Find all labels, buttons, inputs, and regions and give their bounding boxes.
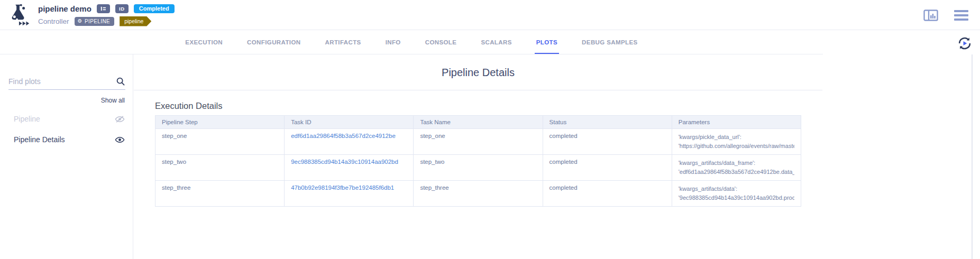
table-row: step_two 9ec988385cd94b14a39c10914aa902b… [155,155,801,181]
tab-scalars[interactable]: SCALARS [479,31,513,54]
task-id-link[interactable]: 9ec988385cd94b14a39c10914aa902bd [291,159,398,165]
divider [134,90,822,90]
table-header-row: Pipeline Step Task ID Task Name Status P… [155,116,801,129]
controller-label: Controller [38,17,69,25]
top-bar: pipeline demo ID Completed Controller ⚙ … [0,0,980,30]
plot-search [8,77,125,90]
cell-pipeline-step: step_two [155,155,285,181]
description-button[interactable] [97,4,110,13]
cell-task-id: 47b0b92e98194f3fbe7be192485f6db1 [285,181,414,207]
system-tag-pipeline: ⚙ PIPELINE [75,17,115,26]
show-all-link[interactable]: Show all [0,97,125,104]
status-badge: Completed [134,4,175,13]
task-id-link[interactable]: 47b0b92e98194f3fbe7be192485f6db1 [291,184,394,191]
sidebar-item-pipeline-details[interactable]: Pipeline Details [0,134,133,145]
id-button[interactable]: ID [115,4,129,13]
search-input[interactable] [8,77,116,86]
refresh-icon [957,36,972,51]
task-id-link[interactable]: edf6d1aa29864f58b3a567d2ce4912be [291,133,396,139]
plot-title: Pipeline Details [134,54,822,79]
scrollbar-track[interactable] [972,54,973,259]
tabs-bar: EXECUTION CONFIGURATION ARTIFACTS INFO C… [0,31,823,54]
eye-icon[interactable] [115,136,125,144]
cell-task-id: 9ec988385cd94b14a39c10914aa902bd [285,155,414,181]
cell-task-name: step_three [414,181,543,207]
pipeline-details-plot: Pipeline Details Execution Details Pipel… [134,54,822,207]
logo-arrows-icon [19,22,29,26]
col-status: Status [543,116,672,129]
tab-info[interactable]: INFO [384,31,402,54]
cell-parameters: 'kwargs/pickle_data_url': 'https://githu… [672,129,801,155]
cell-task-name: step_two [414,155,543,181]
cell-status: completed [543,129,672,155]
col-task-id: Task ID [285,116,414,129]
clearml-logo-icon [5,3,32,27]
tab-artifacts[interactable]: ARTIFACTS [324,31,363,54]
cell-task-name: step_one [414,129,543,155]
search-icon [116,77,125,86]
refresh-button[interactable] [957,36,972,51]
experiment-title: pipeline demo [38,4,91,13]
tab-console[interactable]: CONSOLE [424,31,459,54]
gear-icon: ⚙ [78,18,83,24]
col-pipeline-step: Pipeline Step [155,116,285,129]
cell-parameters: 'kwargs_artifacts/data_frame': 'edf6d1aa… [672,155,801,181]
description-icon [100,5,107,12]
tab-debug-samples[interactable]: DEBUG SAMPLES [580,31,639,54]
cell-status: completed [543,181,672,207]
cell-pipeline-step: step_three [155,181,285,207]
plots-panel: Pipeline Details Execution Details Pipel… [134,54,980,259]
tab-plots[interactable]: PLOTS [535,31,559,54]
eye-off-icon[interactable] [115,115,125,123]
cell-status: completed [543,155,672,181]
workers-queues-panel-icon[interactable] [923,10,938,21]
cell-pipeline-step: step_one [155,129,285,155]
execution-details-heading: Execution Details [155,101,822,111]
cell-task-id: edf6d1aa29864f58b3a567d2ce4912be [285,129,414,155]
tab-execution[interactable]: EXECUTION [184,31,224,54]
tag-pipeline: pipeline [120,16,151,26]
menu-icon[interactable] [954,10,968,21]
cell-parameters: 'kwargs_artifacts/data': '9ec988385cd94b… [672,181,801,207]
sidebar-item-pipeline[interactable]: Pipeline [0,113,133,125]
tab-configuration[interactable]: CONFIGURATION [245,31,302,54]
table-row: step_one edf6d1aa29864f58b3a567d2ce4912b… [155,129,801,155]
table-row: step_three 47b0b92e98194f3fbe7be192485f6… [155,181,801,207]
execution-details-table: Pipeline Step Task ID Task Name Status P… [155,115,801,207]
plots-sidebar: Show all Pipeline Pipeline Details [0,54,133,259]
col-task-name: Task Name [414,116,543,129]
sidebar-item-label: Pipeline [14,115,40,123]
sidebar-item-label: Pipeline Details [14,135,65,144]
col-parameters: Parameters [672,116,801,129]
